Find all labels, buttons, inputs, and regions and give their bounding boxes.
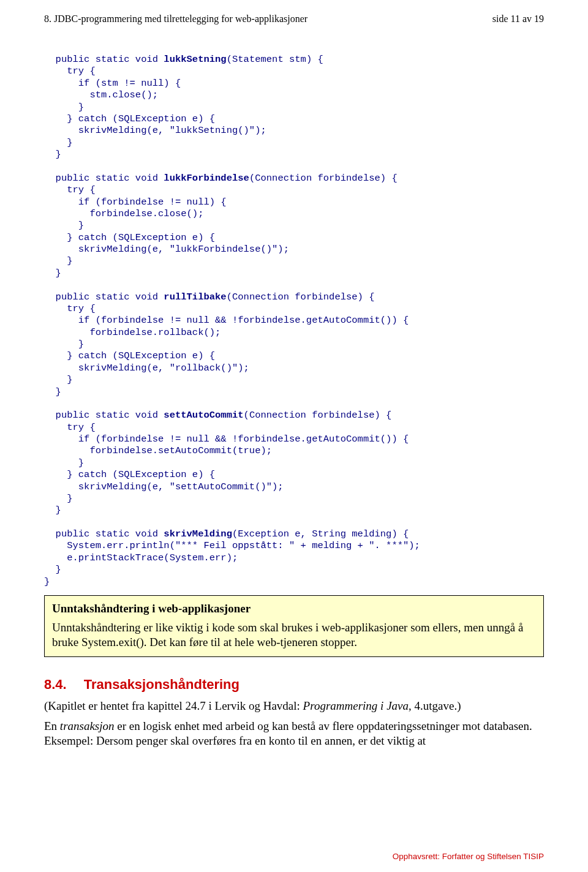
section-number: 8.4. [44,677,67,692]
method-name-settAutoCommit: settAutoCommit [164,410,243,421]
info-box-body: Unntakshåndtering er like viktig i kode … [52,620,536,650]
method-name-rullTilbake: rullTilbake [164,291,226,303]
footer-copyright: Opphavsrett: Forfatter og Stiftelsen TIS… [393,852,544,861]
section-heading: 8.4.Transaksjonshåndtering [44,677,544,693]
section-title: Transaksjonshåndtering [84,677,239,692]
method-name-skrivMelding: skrivMelding [164,528,232,539]
method-name-lukkForbindelse: lukkForbindelse [164,173,249,184]
page-header: 8. JDBC-programmering med tilretteleggin… [44,13,544,24]
info-box-title: Unntakshåndtering i web-applikasjoner [52,602,536,615]
code-listing: public static void lukkSetning(Statement… [44,54,544,588]
method-name-lukkSetning: lukkSetning [164,54,226,65]
header-left: 8. JDBC-programmering med tilretteleggin… [44,13,307,24]
header-right: side 11 av 19 [492,13,544,24]
paragraph-2: En transaksjon er en logisk enhet med ar… [44,719,544,749]
info-box: Unntakshåndtering i web-applikasjoner Un… [44,595,544,658]
paragraph-1: (Kapitlet er hentet fra kapittel 24.7 i … [44,699,544,713]
